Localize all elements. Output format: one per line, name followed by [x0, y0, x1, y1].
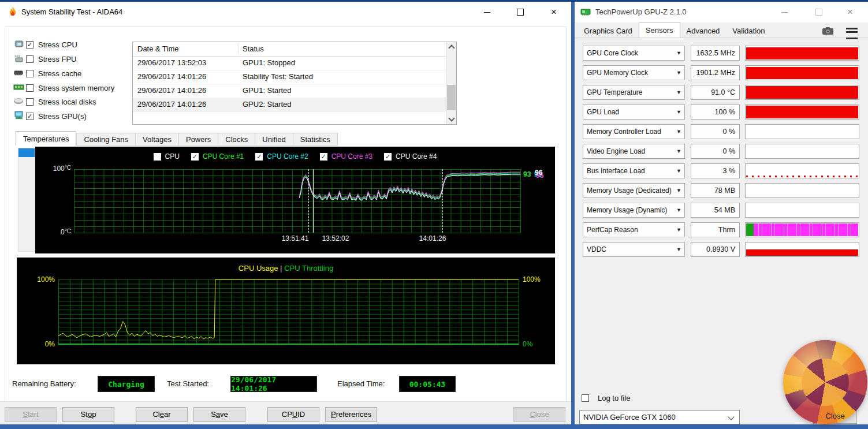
- minimize-button[interactable]: [480, 6, 493, 18]
- sensor-name-gpu-load[interactable]: GPU Load▼: [583, 105, 685, 120]
- log-row-selected[interactable]: 29/06/2017 14:01:26 GPU2: Started: [133, 98, 446, 112]
- legend-checkbox-cpu[interactable]: [154, 153, 161, 161]
- stress-option-gpus: Stress GPU(s): [13, 111, 87, 121]
- save-button[interactable]: Save: [193, 407, 245, 422]
- sensor-name-memory-usage-dynamic[interactable]: Memory Usage (Dynamic)▼: [583, 203, 685, 218]
- cpuid-button[interactable]: CPUID: [267, 407, 319, 422]
- log-row[interactable]: 29/06/2017 14:01:26 GPU1: Started: [133, 84, 446, 98]
- tab-unified[interactable]: Unified: [255, 133, 293, 146]
- gpu-device-dropdown[interactable]: NVIDIA GeForce GTX 1060: [579, 410, 740, 424]
- maximize-button[interactable]: [514, 6, 527, 18]
- sensor-value: 1632.5 MHz: [691, 46, 740, 61]
- legend-checkbox-core2[interactable]: [255, 153, 263, 161]
- tab-graphics-card[interactable]: Graphics Card: [578, 25, 639, 38]
- sensor-value: 78 MB: [691, 183, 740, 198]
- tab-temperatures[interactable]: Temperatures: [16, 131, 76, 146]
- log-scrollbar-thumb[interactable]: [447, 85, 456, 110]
- tab-powers[interactable]: Powers: [179, 133, 218, 146]
- log-header-row: Date & Time Status: [133, 42, 446, 57]
- dropdown-arrow-icon: ▼: [676, 129, 681, 135]
- legend-checkbox-core1[interactable]: [191, 153, 199, 161]
- sensor-name-bus-interface-load[interactable]: Bus Interface Load▼: [583, 163, 685, 178]
- sensor-name-gpu-memory-clock[interactable]: GPU Memory Clock▼: [583, 65, 685, 80]
- log-scrollbar[interactable]: [446, 42, 456, 124]
- menu-hamburger-icon[interactable]: [846, 28, 858, 39]
- sensor-name-memory-controller-load[interactable]: Memory Controller Load▼: [583, 124, 685, 139]
- stress-option-cache: Stress cache: [13, 69, 81, 79]
- sensor-graph: [745, 222, 859, 237]
- stress-memory-checkbox[interactable]: [26, 84, 33, 92]
- sensor-value: 0 %: [691, 144, 740, 159]
- legend-checkbox-core4[interactable]: [384, 153, 392, 161]
- scroll-up-arrow-icon[interactable]: [446, 42, 456, 52]
- log-row[interactable]: 29/06/2017 13:52:03 GPU1: Stopped: [133, 56, 446, 70]
- stress-fpu-checkbox[interactable]: [26, 55, 33, 63]
- tab-advanced[interactable]: Advanced: [680, 25, 727, 38]
- sensor-graph: [745, 105, 859, 120]
- stress-disks-checkbox[interactable]: [26, 98, 33, 106]
- usage-right-max-label: 100%: [523, 275, 541, 283]
- close-window-button[interactable]: ×: [844, 6, 856, 18]
- tab-statistics[interactable]: Statistics: [293, 133, 338, 146]
- gpuz-close-button-label: Close: [813, 409, 857, 424]
- sensor-name-gpu-temperature[interactable]: GPU Temperature▼: [583, 85, 685, 100]
- sensor-name-video-engine-load[interactable]: Video Engine Load▼: [583, 144, 685, 159]
- stress-option-memory: Stress system memory: [13, 83, 114, 93]
- tab-cooling-fans[interactable]: Cooling Fans: [76, 133, 136, 146]
- sensor-value: 54 MB: [691, 203, 740, 218]
- close-window-button[interactable]: ×: [547, 6, 560, 18]
- stop-button[interactable]: Stop: [62, 407, 114, 422]
- sensor-name-memory-usage-dedicated[interactable]: Memory Usage (Dedicated)▼: [583, 183, 685, 198]
- legend-checkbox-core3[interactable]: [320, 153, 327, 161]
- start-button[interactable]: Start: [5, 407, 57, 422]
- stress-cpu-checkbox[interactable]: [26, 41, 33, 49]
- x-tick-3: 14:01:26: [409, 234, 456, 243]
- dropdown-arrow-icon: ▼: [676, 70, 681, 76]
- stress-option-disks: Stress local disks: [13, 97, 96, 107]
- maximize-button[interactable]: [813, 6, 825, 18]
- aida64-tab-bar: Temperatures Cooling Fans Voltages Power…: [16, 131, 338, 146]
- sensor-name-vddc[interactable]: VDDC▼: [583, 242, 685, 257]
- scroll-down-arrow-icon[interactable]: [446, 114, 456, 124]
- sensor-name-perfcap-reason[interactable]: PerfCap Reason▼: [583, 222, 685, 237]
- screenshot-camera-icon[interactable]: [822, 27, 833, 37]
- usage-left-min-label: 0%: [29, 340, 55, 348]
- cpu-chip-icon: [13, 39, 26, 50]
- y-axis-max-label: 100°C: [39, 165, 71, 173]
- stress-cache-checkbox[interactable]: [26, 70, 33, 77]
- stress-gpus-checkbox[interactable]: [26, 113, 33, 120]
- preferences-button[interactable]: Preferences: [325, 407, 377, 422]
- window-title: TechPowerUp GPU-Z 2.1.0: [595, 2, 687, 23]
- close-button[interactable]: Close: [513, 407, 565, 422]
- dropdown-arrow-icon: ▼: [676, 148, 681, 154]
- dropdown-arrow-icon: ▼: [676, 247, 681, 252]
- sensor-value: 91.0 °C: [691, 85, 740, 100]
- battery-value-display: Charging: [98, 376, 155, 392]
- tab-clocks[interactable]: Clocks: [218, 133, 255, 146]
- x-tick-2: 13:52:02: [312, 234, 359, 243]
- tab-sensors[interactable]: Sensors: [639, 23, 680, 38]
- sensor-value: Thrm: [691, 222, 740, 237]
- gpuz-app-icon: [580, 8, 592, 18]
- log-header-datetime[interactable]: Date & Time: [137, 42, 179, 56]
- legend-item-core4: CPU Core #4: [384, 152, 437, 161]
- sensor-value: 0 %: [691, 124, 740, 139]
- sensor-graph: [745, 183, 859, 198]
- legend-item-cpu: CPU: [154, 152, 180, 161]
- chart-scrollbar-thumb[interactable]: [18, 148, 35, 157]
- sensor-name-gpu-core-clock[interactable]: GPU Core Clock▼: [583, 46, 685, 61]
- clear-button[interactable]: Clear: [136, 407, 188, 422]
- log-row[interactable]: 29/06/2017 14:01:26 Stability Test: Star…: [133, 70, 446, 84]
- log-to-file-checkbox[interactable]: [582, 394, 589, 402]
- dropdown-arrow-icon: ▼: [676, 109, 681, 115]
- tab-voltages[interactable]: Voltages: [136, 133, 179, 146]
- sensor-graph: [745, 46, 859, 61]
- log-header-status[interactable]: Status: [243, 42, 264, 56]
- tab-validation[interactable]: Validation: [726, 25, 771, 38]
- sensor-graph: [745, 124, 859, 139]
- minimize-button[interactable]: [778, 6, 791, 18]
- event-log-list: Date & Time Status 29/06/2017 13:52:03 G…: [132, 42, 457, 125]
- chart-scrollbar[interactable]: [18, 148, 35, 252]
- elapsed-time-display: 00:05:43: [399, 376, 456, 392]
- dropdown-arrow-icon: ▼: [676, 227, 681, 233]
